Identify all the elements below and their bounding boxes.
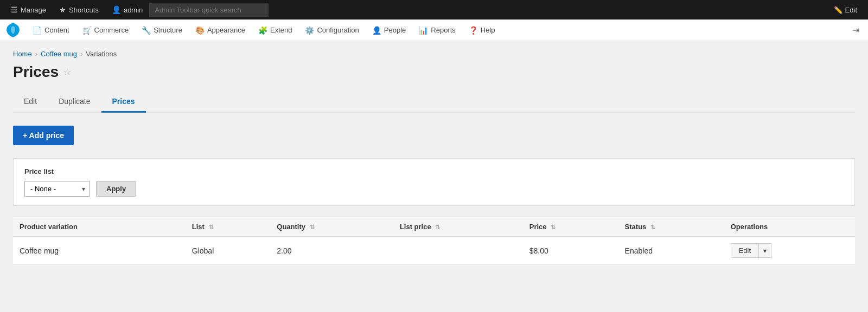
drupal-logo[interactable]	[4, 22, 22, 39]
edit-shortcut[interactable]: ✏️ Edit	[827, 6, 864, 14]
nav-content-label: Content	[44, 26, 69, 34]
nav-item-reports[interactable]: 📊 Reports	[412, 20, 462, 41]
nav-extend-label: Extend	[270, 26, 292, 34]
cell-operations: Edit ▾	[724, 237, 855, 265]
nav-people-label: People	[384, 26, 406, 34]
nav-item-help[interactable]: ❓ Help	[462, 20, 502, 41]
apply-button[interactable]: Apply	[96, 181, 136, 197]
admin-toolbar-search-input[interactable]	[149, 3, 269, 17]
nav-reports-label: Reports	[431, 26, 456, 34]
col-product-variation: Product variation	[13, 217, 186, 237]
help-icon: ❓	[469, 26, 478, 35]
col-status-label: Status	[625, 223, 647, 231]
shortcuts-menu-item[interactable]: ★ Shortcuts	[53, 0, 105, 20]
cell-status: Enabled	[618, 237, 724, 265]
chevron-down-icon: ▾	[763, 247, 767, 255]
breadcrumb-sep-1: ›	[35, 50, 37, 58]
shortcuts-label: Shortcuts	[69, 6, 99, 14]
manage-menu-item[interactable]: ☰ Manage	[4, 0, 53, 20]
page-content: Home › Coffee mug › Variations Prices ☆ …	[0, 41, 868, 312]
tabs: Edit Duplicate Prices	[13, 92, 855, 113]
pencil-icon: ✏️	[834, 6, 843, 14]
manage-label: Manage	[21, 6, 46, 14]
nav-menu: 📄 Content 🛒 Commerce 🔧 Structure 🎨 Appea…	[0, 20, 868, 41]
table-row: Coffee mug Global 2.00 $8.00 Enabled Edi…	[13, 237, 855, 265]
edit-label: Edit	[845, 6, 857, 14]
star-icon: ★	[59, 5, 66, 14]
nav-item-content[interactable]: 📄 Content	[26, 20, 76, 41]
tab-prices[interactable]: Prices	[101, 92, 146, 113]
cell-price: $8.00	[523, 237, 618, 265]
col-quantity: Quantity ⇅	[270, 217, 393, 237]
breadcrumb-sep-2: ›	[80, 50, 82, 58]
col-status: Status ⇅	[618, 217, 724, 237]
col-price-label: Price	[529, 223, 547, 231]
people-icon: 👤	[372, 26, 381, 35]
tab-edit[interactable]: Edit	[13, 92, 48, 113]
tab-duplicate[interactable]: Duplicate	[48, 92, 101, 113]
cell-product-variation: Coffee mug	[13, 237, 186, 265]
col-quantity-label: Quantity	[277, 223, 305, 231]
col-price: Price ⇅	[523, 217, 618, 237]
prices-table: Product variation List ⇅ Quantity ⇅ List…	[13, 217, 855, 265]
nav-configuration-label: Configuration	[317, 26, 359, 34]
nav-structure-label: Structure	[154, 26, 182, 34]
cell-list-price	[393, 237, 523, 265]
nav-item-structure[interactable]: 🔧 Structure	[135, 20, 189, 41]
filter-box: Price list - None - Apply	[13, 158, 855, 206]
nav-item-appearance[interactable]: 🎨 Appearance	[189, 20, 252, 41]
price-list-select[interactable]: - None -	[24, 181, 90, 197]
table-body: Coffee mug Global 2.00 $8.00 Enabled Edi…	[13, 237, 855, 265]
nav-item-configuration[interactable]: ⚙️ Configuration	[298, 20, 365, 41]
nav-item-extend[interactable]: 🧩 Extend	[252, 20, 298, 41]
price-list-label: Price list	[24, 167, 844, 176]
col-operations-label: Operations	[731, 223, 768, 231]
user-icon: 👤	[112, 5, 121, 14]
add-price-button[interactable]: + Add price	[13, 126, 74, 145]
nav-commerce-label: Commerce	[94, 26, 129, 34]
reports-icon: 📊	[419, 26, 428, 35]
admin-toolbar: ☰ Manage ★ Shortcuts 👤 admin ✏️ Edit	[0, 0, 868, 20]
content-icon: 📄	[33, 26, 42, 35]
favorite-star-icon[interactable]: ☆	[63, 66, 72, 78]
row-edit-button[interactable]: Edit	[731, 243, 758, 258]
operations-button-group: Edit ▾	[731, 243, 848, 258]
nav-expand: ⇥	[848, 23, 864, 37]
breadcrumb-coffee-mug-link[interactable]: Coffee mug	[41, 50, 77, 58]
hamburger-icon: ☰	[11, 5, 18, 14]
toolbar-right: ✏️ Edit	[827, 6, 864, 14]
admin-user-menu-item[interactable]: 👤 admin	[105, 0, 149, 20]
breadcrumb-current: Variations	[86, 50, 117, 58]
page-title-row: Prices ☆	[13, 63, 855, 81]
col-list: List ⇅	[186, 217, 270, 237]
col-status-sort-icon[interactable]: ⇅	[650, 224, 655, 230]
breadcrumb-home-link[interactable]: Home	[13, 50, 32, 58]
cell-quantity: 2.00	[270, 237, 393, 265]
col-list-price-label: List price	[400, 223, 431, 231]
nav-appearance-label: Appearance	[207, 26, 245, 34]
row-dropdown-button[interactable]: ▾	[758, 243, 771, 258]
cell-list: Global	[186, 237, 270, 265]
structure-icon: 🔧	[142, 26, 151, 35]
admin-user-label: admin	[124, 6, 143, 14]
filter-row: - None - Apply	[24, 181, 844, 197]
col-price-sort-icon[interactable]: ⇅	[551, 224, 556, 230]
nav-item-commerce[interactable]: 🛒 Commerce	[76, 20, 136, 41]
price-list-select-wrapper: - None -	[24, 181, 90, 197]
configuration-icon: ⚙️	[305, 26, 314, 35]
col-quantity-sort-icon[interactable]: ⇅	[310, 224, 315, 230]
col-list-label: List	[192, 223, 205, 231]
col-list-price-sort-icon[interactable]: ⇅	[435, 224, 440, 230]
table-header: Product variation List ⇅ Quantity ⇅ List…	[13, 217, 855, 237]
col-list-price: List price ⇅	[393, 217, 523, 237]
col-list-sort-icon[interactable]: ⇅	[209, 224, 214, 230]
col-product-variation-label: Product variation	[20, 223, 78, 231]
col-operations: Operations	[724, 217, 855, 237]
table-header-row: Product variation List ⇅ Quantity ⇅ List…	[13, 217, 855, 237]
commerce-icon: 🛒	[82, 26, 92, 35]
breadcrumb: Home › Coffee mug › Variations	[13, 50, 855, 58]
nav-help-label: Help	[481, 26, 495, 34]
nav-expand-button[interactable]: ⇥	[848, 23, 864, 37]
nav-item-people[interactable]: 👤 People	[366, 20, 412, 41]
extend-icon: 🧩	[258, 26, 267, 35]
